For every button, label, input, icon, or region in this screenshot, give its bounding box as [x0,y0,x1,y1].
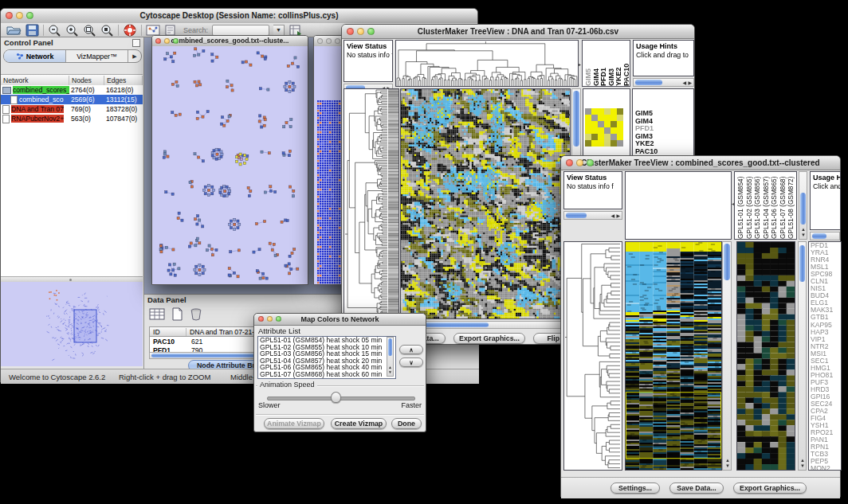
usage-hints-hscrollbar[interactable]: ◀ ▶ [633,78,694,87]
trash-icon[interactable] [190,307,202,322]
zoom-selected-icon[interactable] [100,24,114,37]
scrollbar-thumb[interactable] [573,91,579,147]
animate-vizmap-button[interactable]: Animate Vizmap [264,418,324,429]
scrollbar-thumb[interactable] [724,244,730,280]
tab-network[interactable]: Network [4,50,66,62]
attribute-list-vscrollbar[interactable]: ▲ ▼ [387,337,394,377]
zoom-in-icon[interactable] [65,24,79,37]
network-table-row[interactable]: combined_scores_ 2764(0) 16218(0) [1,85,143,95]
column-label[interactable]: GPL51-01 (GSM854) [736,174,745,239]
open-folder-icon[interactable] [6,24,22,37]
help-ring-icon[interactable] [123,24,137,37]
column-label[interactable]: GPL51-03 (GSM856) [753,174,762,239]
treeview2-title-bar[interactable]: ClusterMaker TreeView : combined_scores_… [561,156,840,170]
heatmap-canvas[interactable] [626,242,721,470]
column-label[interactable]: GPL51-07 (GSM868) [779,174,787,239]
close-button[interactable] [317,38,323,44]
main-title-bar[interactable]: Cytoscape Desktop (Session Name: collins… [1,9,477,24]
gene-label[interactable]: MON2 [811,465,841,471]
minimize-button[interactable] [16,12,23,19]
settings-button[interactable]: Settings... [610,483,660,494]
zoom-button[interactable] [587,159,594,166]
zoom-heatmap-canvas[interactable] [585,108,623,147]
scroll-right-arrow[interactable]: ▶ [616,213,620,218]
scrollbar-thumb[interactable] [566,213,587,218]
column-dendrogram-canvas[interactable] [396,41,578,86]
scrollbar-thumb[interactable] [388,338,392,356]
column-label[interactable]: GPL51-06 (GSM865) [770,174,779,239]
float-panel-icon[interactable] [132,39,140,47]
heatmap-canvas[interactable] [401,89,570,318]
column-label[interactable]: GIM5 [584,43,592,86]
zoom-button[interactable] [173,38,179,44]
column-labels-vscrollbar[interactable]: ▲ ▼ [799,171,807,240]
table-icon[interactable] [149,307,165,322]
scroll-down-arrow[interactable]: ▼ [801,232,806,237]
move-down-button[interactable]: ∨ [399,357,423,367]
column-label[interactable]: GPL51-08 (GSM872) [787,174,795,239]
view-status-hscrollbar[interactable]: ◀ ▶ [563,211,622,220]
column-label[interactable]: GIM3 [607,43,615,86]
minimize-button[interactable] [357,28,364,35]
network-window-title-bar[interactable]: combined_scores_good.txt--cluste... [152,36,308,47]
usage-hints-hscrollbar[interactable] [810,232,840,240]
treeview1-title-bar[interactable]: ClusterMaker TreeView : DNA and Tran 07-… [342,25,694,39]
gene-list-vscrollbar[interactable]: ▲ ▼ [798,241,807,471]
create-vizmap-button[interactable]: Create Vizmap [331,418,387,429]
heatmap-vscrollbar[interactable]: ▲ ▼ [722,241,732,471]
scrollbar-thumb[interactable] [812,233,826,239]
column-label[interactable]: PFD1 [599,43,607,86]
minimize-button[interactable] [267,316,273,322]
export-graphics-button[interactable]: Export Graphics... [733,483,807,494]
close-button[interactable] [347,28,354,35]
zoom-heatmap-canvas[interactable] [737,242,795,470]
tab-vizmapper[interactable]: VizMapper™ [66,50,128,62]
close-button[interactable] [155,38,161,44]
export-graphics-button[interactable]: Export Graphics... [453,333,525,344]
search-input[interactable] [212,25,269,36]
row-dendrogram-canvas[interactable] [564,242,622,470]
zoom-button[interactable] [367,28,375,35]
save-data-button[interactable]: Save Data... [669,483,724,494]
network-table-row[interactable]: combined_sco 2569(6) 13112(15) [1,95,143,104]
minimize-button[interactable] [576,159,583,166]
zoom-out-icon[interactable] [48,24,61,37]
close-button[interactable] [6,12,13,19]
column-label[interactable]: GIM4 [592,43,600,86]
zoom-button[interactable] [335,38,340,44]
zoom-button[interactable] [26,12,33,19]
zoom-button[interactable] [276,316,281,322]
close-button[interactable] [566,159,573,166]
row-dendrogram-canvas[interactable] [344,89,398,318]
column-label[interactable]: PAC10 [622,43,630,86]
scroll-left-arrow[interactable]: ◀ [610,213,614,218]
network-table-row[interactable]: RNAPuberNov2+ 563(0) 107847(0) [1,114,143,123]
speed-slider-track[interactable] [267,397,415,400]
dialog-title-bar[interactable]: Map Colors to Network [254,314,426,326]
tab-overflow-arrow[interactable]: ▶ [128,50,141,62]
scroll-up-arrow[interactable]: ▲ [800,458,805,463]
scroll-up-arrow[interactable]: ▲ [725,458,730,463]
scroll-up-arrow[interactable]: ▲ [801,227,806,232]
scroll-left-arrow[interactable]: ◀ [682,80,686,85]
column-label[interactable]: GPL51-04 (GSM857) [762,174,771,239]
minimize-button[interactable] [164,38,170,44]
scrollbar-thumb[interactable] [799,245,805,282]
row-label[interactable]: PAC10 [635,148,693,156]
scroll-down-arrow[interactable]: ▼ [388,369,392,374]
scrollbar-thumb[interactable] [800,193,806,225]
move-up-button[interactable]: ∧ [399,345,423,354]
save-icon[interactable] [26,24,39,37]
done-button[interactable]: Done [391,418,422,429]
network-canvas[interactable] [152,46,308,284]
birdseye-view-canvas[interactable] [1,282,143,366]
column-label[interactable]: YKE2 [614,43,622,86]
search-dropdown-arrow[interactable]: ▼ [273,25,285,36]
minimize-button[interactable] [326,38,332,44]
new-document-icon[interactable] [171,307,183,322]
scroll-right-arrow[interactable]: ▶ [688,80,692,85]
network-table-row[interactable]: DNA and Tran 07 769(0) 183728(0) [1,104,143,114]
zoom-fit-icon[interactable] [83,24,96,37]
speed-slider-thumb[interactable] [331,392,341,403]
scrollbar-thumb[interactable] [635,80,662,85]
